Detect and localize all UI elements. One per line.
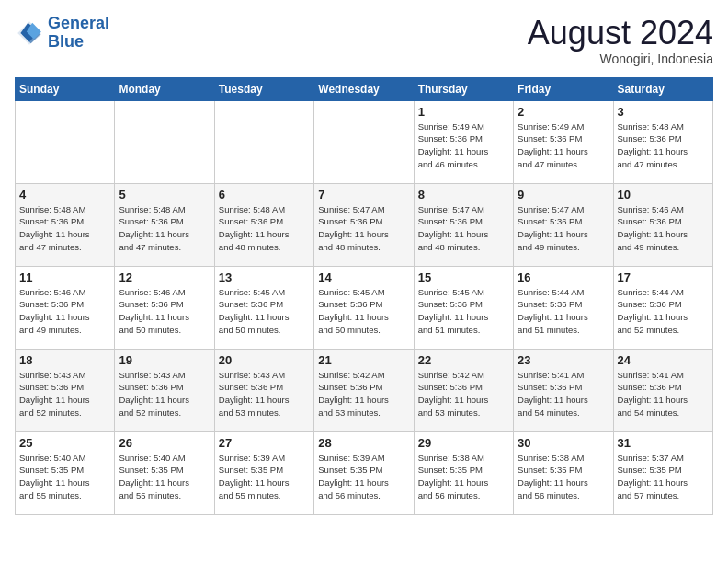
- day-number: 1: [418, 105, 509, 119]
- day-number: 19: [119, 353, 210, 367]
- calendar-cell: 2Sunrise: 5:49 AM Sunset: 5:36 PM Daylig…: [514, 100, 613, 183]
- day-number: 22: [418, 353, 509, 367]
- day-number: 8: [418, 188, 509, 201]
- day-number: 4: [19, 188, 110, 201]
- calendar-cell: 20Sunrise: 5:43 AM Sunset: 5:36 PM Dayli…: [214, 349, 313, 431]
- day-number: 20: [219, 353, 310, 367]
- day-number: 9: [518, 188, 609, 201]
- day-info: Sunrise: 5:41 AM Sunset: 5:36 PM Dayligh…: [618, 369, 709, 419]
- week-row-5: 25Sunrise: 5:40 AM Sunset: 5:35 PM Dayli…: [16, 431, 713, 514]
- day-number: 24: [618, 353, 709, 367]
- calendar-cell: 29Sunrise: 5:38 AM Sunset: 5:35 PM Dayli…: [414, 431, 513, 514]
- day-info: Sunrise: 5:43 AM Sunset: 5:36 PM Dayligh…: [119, 369, 210, 419]
- day-info: Sunrise: 5:42 AM Sunset: 5:36 PM Dayligh…: [418, 369, 509, 419]
- day-info: Sunrise: 5:40 AM Sunset: 5:35 PM Dayligh…: [119, 452, 210, 502]
- calendar-cell: 11Sunrise: 5:46 AM Sunset: 5:36 PM Dayli…: [16, 266, 115, 349]
- day-info: Sunrise: 5:49 AM Sunset: 5:36 PM Dayligh…: [518, 121, 609, 171]
- title-block: August 2024 Wonogiri, Indonesia: [528, 15, 713, 66]
- day-number: 7: [318, 188, 409, 201]
- day-number: 31: [618, 436, 709, 450]
- day-info: Sunrise: 5:42 AM Sunset: 5:36 PM Dayligh…: [318, 369, 409, 419]
- day-number: 28: [318, 436, 409, 450]
- day-number: 18: [19, 353, 110, 367]
- calendar-cell: 28Sunrise: 5:39 AM Sunset: 5:35 PM Dayli…: [314, 431, 414, 514]
- day-info: Sunrise: 5:46 AM Sunset: 5:36 PM Dayligh…: [618, 203, 709, 254]
- day-info: Sunrise: 5:46 AM Sunset: 5:36 PM Dayligh…: [19, 286, 110, 337]
- calendar-cell: [314, 100, 414, 183]
- day-info: Sunrise: 5:47 AM Sunset: 5:36 PM Dayligh…: [318, 203, 409, 254]
- calendar-cell: 27Sunrise: 5:39 AM Sunset: 5:35 PM Dayli…: [214, 431, 313, 514]
- calendar-cell: 19Sunrise: 5:43 AM Sunset: 5:36 PM Dayli…: [115, 349, 214, 431]
- calendar-cell: 21Sunrise: 5:42 AM Sunset: 5:36 PM Dayli…: [314, 349, 414, 431]
- calendar-cell: 7Sunrise: 5:47 AM Sunset: 5:36 PM Daylig…: [314, 183, 414, 266]
- calendar-cell: 13Sunrise: 5:45 AM Sunset: 5:36 PM Dayli…: [214, 266, 313, 349]
- day-number: 10: [618, 188, 709, 201]
- weekday-header-tuesday: Tuesday: [214, 77, 313, 100]
- calendar-cell: 1Sunrise: 5:49 AM Sunset: 5:36 PM Daylig…: [414, 100, 513, 183]
- logo: General Blue: [15, 15, 109, 52]
- day-number: 26: [119, 436, 210, 450]
- day-info: Sunrise: 5:48 AM Sunset: 5:36 PM Dayligh…: [19, 203, 110, 254]
- calendar-cell: 18Sunrise: 5:43 AM Sunset: 5:36 PM Dayli…: [16, 349, 115, 431]
- calendar-cell: 22Sunrise: 5:42 AM Sunset: 5:36 PM Dayli…: [414, 349, 513, 431]
- calendar-cell: 15Sunrise: 5:45 AM Sunset: 5:36 PM Dayli…: [414, 266, 513, 349]
- day-number: 14: [318, 270, 409, 284]
- month-title: August 2024: [528, 15, 713, 52]
- day-info: Sunrise: 5:45 AM Sunset: 5:36 PM Dayligh…: [219, 286, 310, 337]
- day-number: 5: [119, 188, 210, 201]
- weekday-header-monday: Monday: [115, 77, 214, 100]
- day-number: 30: [518, 436, 609, 450]
- calendar-cell: 31Sunrise: 5:37 AM Sunset: 5:35 PM Dayli…: [613, 431, 712, 514]
- day-info: Sunrise: 5:41 AM Sunset: 5:36 PM Dayligh…: [518, 369, 609, 419]
- day-number: 6: [219, 188, 310, 201]
- day-info: Sunrise: 5:44 AM Sunset: 5:36 PM Dayligh…: [618, 286, 709, 337]
- day-number: 27: [219, 436, 310, 450]
- day-number: 16: [518, 270, 609, 284]
- day-number: 2: [518, 105, 609, 119]
- day-number: 13: [219, 270, 310, 284]
- calendar-cell: 10Sunrise: 5:46 AM Sunset: 5:36 PM Dayli…: [613, 183, 712, 266]
- day-info: Sunrise: 5:49 AM Sunset: 5:36 PM Dayligh…: [418, 121, 509, 171]
- day-info: Sunrise: 5:37 AM Sunset: 5:35 PM Dayligh…: [618, 452, 709, 502]
- day-number: 23: [518, 353, 609, 367]
- calendar-cell: 6Sunrise: 5:48 AM Sunset: 5:36 PM Daylig…: [214, 183, 313, 266]
- day-info: Sunrise: 5:40 AM Sunset: 5:35 PM Dayligh…: [19, 452, 110, 502]
- day-info: Sunrise: 5:48 AM Sunset: 5:36 PM Dayligh…: [219, 203, 310, 254]
- day-info: Sunrise: 5:43 AM Sunset: 5:36 PM Dayligh…: [19, 369, 110, 419]
- logo-text: General Blue: [48, 15, 109, 52]
- day-info: Sunrise: 5:47 AM Sunset: 5:36 PM Dayligh…: [518, 203, 609, 254]
- location-subtitle: Wonogiri, Indonesia: [528, 52, 713, 66]
- day-number: 15: [418, 270, 509, 284]
- calendar-cell: 26Sunrise: 5:40 AM Sunset: 5:35 PM Dayli…: [115, 431, 214, 514]
- day-number: 29: [418, 436, 509, 450]
- weekday-header-wednesday: Wednesday: [314, 77, 414, 100]
- day-number: 12: [119, 270, 210, 284]
- calendar-cell: 17Sunrise: 5:44 AM Sunset: 5:36 PM Dayli…: [613, 266, 712, 349]
- calendar-cell: 16Sunrise: 5:44 AM Sunset: 5:36 PM Dayli…: [514, 266, 613, 349]
- day-number: 25: [19, 436, 110, 450]
- day-info: Sunrise: 5:45 AM Sunset: 5:36 PM Dayligh…: [418, 286, 509, 337]
- day-number: 11: [19, 270, 110, 284]
- day-number: 17: [618, 270, 709, 284]
- week-row-3: 11Sunrise: 5:46 AM Sunset: 5:36 PM Dayli…: [16, 266, 713, 349]
- weekday-header-friday: Friday: [514, 77, 613, 100]
- day-number: 3: [618, 105, 709, 119]
- calendar-cell: [16, 100, 115, 183]
- day-info: Sunrise: 5:48 AM Sunset: 5:36 PM Dayligh…: [618, 121, 709, 171]
- calendar-cell: 14Sunrise: 5:45 AM Sunset: 5:36 PM Dayli…: [314, 266, 414, 349]
- calendar-cell: 25Sunrise: 5:40 AM Sunset: 5:35 PM Dayli…: [16, 431, 115, 514]
- day-info: Sunrise: 5:38 AM Sunset: 5:35 PM Dayligh…: [518, 452, 609, 502]
- day-info: Sunrise: 5:43 AM Sunset: 5:36 PM Dayligh…: [219, 369, 310, 419]
- weekday-header-thursday: Thursday: [414, 77, 513, 100]
- day-info: Sunrise: 5:48 AM Sunset: 5:36 PM Dayligh…: [119, 203, 210, 254]
- calendar-cell: 24Sunrise: 5:41 AM Sunset: 5:36 PM Dayli…: [613, 349, 712, 431]
- calendar-table: SundayMondayTuesdayWednesdayThursdayFrid…: [15, 77, 713, 515]
- calendar-cell: 8Sunrise: 5:47 AM Sunset: 5:36 PM Daylig…: [414, 183, 513, 266]
- page-header: General Blue August 2024 Wonogiri, Indon…: [15, 15, 713, 66]
- calendar-cell: 9Sunrise: 5:47 AM Sunset: 5:36 PM Daylig…: [514, 183, 613, 266]
- week-row-2: 4Sunrise: 5:48 AM Sunset: 5:36 PM Daylig…: [16, 183, 713, 266]
- day-info: Sunrise: 5:39 AM Sunset: 5:35 PM Dayligh…: [219, 452, 310, 502]
- calendar-cell: 5Sunrise: 5:48 AM Sunset: 5:36 PM Daylig…: [115, 183, 214, 266]
- weekday-header-saturday: Saturday: [613, 77, 712, 100]
- week-row-4: 18Sunrise: 5:43 AM Sunset: 5:36 PM Dayli…: [16, 349, 713, 431]
